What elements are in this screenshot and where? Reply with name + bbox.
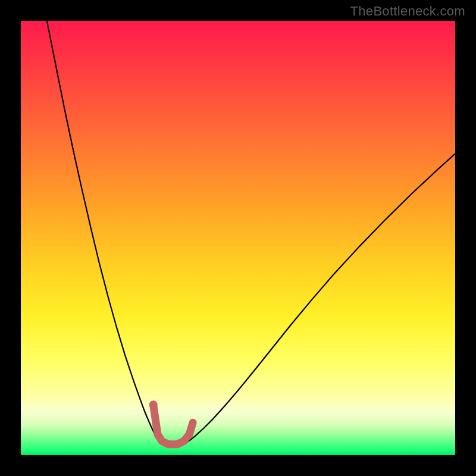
- chart-svg: [21, 21, 455, 455]
- optimal-region-marker: [154, 405, 193, 444]
- plot-area: [21, 21, 455, 455]
- bottleneck-curve: [47, 21, 455, 446]
- watermark-text: TheBottleneck.com: [350, 4, 465, 19]
- optimal-region-dot: [149, 400, 158, 409]
- chart-frame: TheBottleneck.com: [0, 0, 476, 476]
